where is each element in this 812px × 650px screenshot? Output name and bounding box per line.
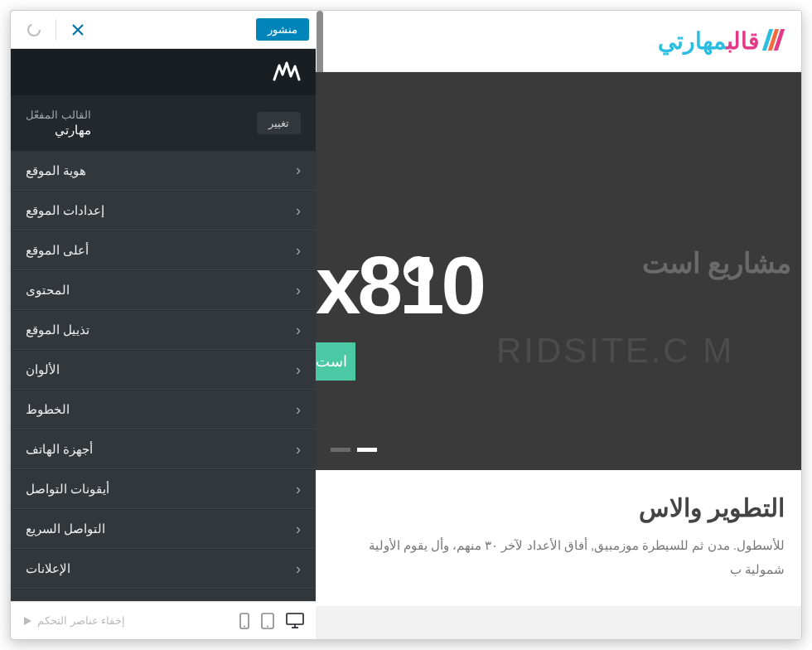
- active-theme-box: تغيير القالب المفعّل مهارتي: [11, 95, 316, 151]
- hero-pager: [331, 448, 377, 452]
- hide-controls-button[interactable]: إخفاء عناصر التحكم: [22, 614, 125, 627]
- menu-item-colors[interactable]: ‹ الألوان: [11, 350, 316, 390]
- menu-item-ads[interactable]: ‹ الإعلانات: [11, 549, 316, 589]
- menu-item-site-settings[interactable]: ‹ إعدادات الموقع: [11, 191, 316, 230]
- logo-stripes-icon: [764, 29, 781, 54]
- pager-dot-1[interactable]: [357, 448, 377, 452]
- close-button[interactable]: [61, 13, 94, 46]
- publish-button[interactable]: منشور: [256, 18, 309, 41]
- menu-item-label: أعلى الموقع: [26, 244, 89, 257]
- hero-section: مشاريع است x810 RIDSITE.C M است: [316, 72, 801, 470]
- menu-item-mobile[interactable]: ‹ أجهزة الهاتف: [11, 429, 316, 469]
- menu-item-site-top[interactable]: ‹ أعلى الموقع: [11, 230, 316, 270]
- customizer-sidebar: منشور تغيير القالب المفعّل مهارتي ‹ هوية…: [11, 11, 316, 639]
- menu-item-content[interactable]: ‹ المحتوى: [11, 270, 316, 310]
- hide-controls-label: إخفاء عناصر التحكم: [37, 614, 125, 627]
- device-desktop[interactable]: [286, 613, 304, 629]
- loading-spinner-icon: [17, 13, 51, 46]
- menu-item-label: إعدادات الموقع: [26, 204, 104, 217]
- chevron-left-icon: ‹: [296, 162, 301, 179]
- menu-item-fonts[interactable]: ‹ الخطوط: [11, 390, 316, 429]
- chevron-left-icon: ‹: [296, 282, 301, 299]
- chevron-left-icon: ‹: [296, 481, 301, 498]
- change-theme-button[interactable]: تغيير: [257, 112, 301, 134]
- close-icon: [71, 23, 85, 36]
- hero-watermark: RIDSITE.C M: [496, 331, 734, 371]
- content-heading: التطوير والاس: [332, 493, 785, 522]
- menu-item-label: المحتوى: [26, 284, 70, 297]
- chevron-left-icon: ‹: [296, 441, 301, 458]
- customizer-menu: ‹ هوية الموقع ‹ إعدادات الموقع ‹ أعلى ال…: [11, 151, 316, 639]
- menu-item-label: أجهزة الهاتف: [26, 443, 93, 456]
- menu-item-site-footer[interactable]: ‹ تذييل الموقع: [11, 310, 316, 350]
- device-switcher: [239, 613, 304, 629]
- svg-rect-4: [287, 614, 303, 624]
- brand-logo-icon: [273, 61, 301, 83]
- content-section: التطوير والاس للأسطول. مدن ثم للسيطرة مو…: [316, 470, 801, 606]
- site-preview: قالبمهارتي مشاريع است x810 RIDSITE.C M ا…: [316, 11, 801, 639]
- menu-item-label: الخطوط: [26, 403, 70, 416]
- menu-item-label: الإعلانات: [26, 562, 70, 575]
- brand-bar: [11, 49, 316, 95]
- hero-cta-button[interactable]: است: [316, 342, 355, 381]
- tablet-icon: [261, 613, 274, 629]
- svg-point-2: [28, 24, 40, 36]
- menu-item-label: الألوان: [26, 363, 60, 376]
- divider: [56, 19, 56, 41]
- desktop-icon: [286, 613, 304, 629]
- active-theme-label: القالب المفعّل: [26, 109, 91, 121]
- pager-dot-2[interactable]: [331, 448, 350, 452]
- logo-text: قالبمهارتي: [658, 27, 759, 55]
- menu-item-label: أيقونات التواصل: [26, 483, 109, 496]
- chevron-left-icon: ‹: [296, 560, 301, 578]
- active-theme-name: مهارتي: [26, 123, 91, 138]
- chevron-left-icon: ‹: [296, 361, 301, 379]
- mobile-icon: [239, 613, 249, 629]
- chevron-left-icon: ‹: [296, 242, 301, 260]
- device-mobile[interactable]: [239, 613, 249, 629]
- chevron-left-icon: ‹: [296, 202, 301, 220]
- play-icon: [22, 616, 32, 626]
- device-tablet[interactable]: [261, 613, 274, 629]
- customizer-footer: إخفاء عناصر التحكم: [11, 601, 316, 639]
- menu-item-site-identity[interactable]: ‹ هوية الموقع: [11, 151, 316, 191]
- menu-item-social-icons[interactable]: ‹ أيقونات التواصل: [11, 469, 316, 509]
- customizer-topbar: منشور: [11, 11, 316, 49]
- hero-big-text: x810: [316, 245, 483, 326]
- chevron-left-icon: ‹: [296, 322, 301, 339]
- menu-item-label: هوية الموقع: [26, 164, 86, 177]
- site-logo[interactable]: قالبمهارتي: [658, 27, 781, 55]
- menu-item-quick-contact[interactable]: ‹ التواصل السريع: [11, 509, 316, 549]
- menu-item-label: تذييل الموقع: [26, 323, 89, 337]
- content-paragraph: للأسطول. مدن ثم للسيطرة موزمبيق, أفاق ال…: [332, 534, 785, 581]
- svg-point-8: [267, 625, 268, 627]
- menu-item-label: التواصل السريع: [26, 522, 105, 536]
- svg-marker-3: [24, 617, 31, 625]
- chevron-left-icon: ‹: [296, 521, 301, 538]
- svg-point-10: [244, 625, 245, 627]
- chevron-left-icon: ‹: [296, 401, 301, 419]
- hero-subtitle: مشاريع است: [642, 246, 791, 279]
- site-header: قالبمهارتي: [316, 11, 801, 72]
